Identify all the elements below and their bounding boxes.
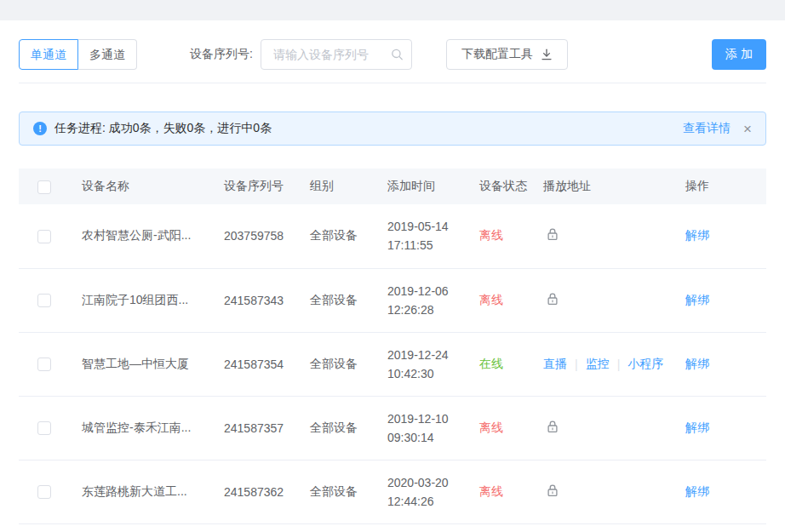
- row-checkbox[interactable]: [37, 485, 51, 499]
- device-group-cell: 全部设备: [310, 204, 387, 268]
- play-link-2[interactable]: 监控: [586, 357, 610, 372]
- play-links: 直播|监控|小程序: [543, 357, 685, 372]
- column-header-name: 设备名称: [82, 169, 224, 204]
- lock-icon: [546, 292, 559, 306]
- search-icon[interactable]: [391, 49, 404, 61]
- added-time-cell: 2020-03-20 12:44:26: [387, 460, 479, 523]
- lock-icon: [546, 420, 559, 434]
- device-name-cell: 智慧工地—中恒大厦: [82, 332, 224, 396]
- status-badge: 离线: [479, 228, 503, 242]
- device-serial-cell: 241587354: [224, 332, 310, 396]
- play-address-cell: [543, 396, 685, 460]
- close-icon[interactable]: ×: [743, 122, 752, 136]
- unbind-link[interactable]: 解绑: [685, 420, 709, 434]
- action-cell: 解绑: [685, 396, 766, 460]
- tab-single-channel[interactable]: 单通道: [19, 39, 78, 70]
- table-row: 东莲路桃新大道工...241587362全部设备2020-03-20 12:44…: [19, 460, 766, 523]
- device-group-cell: 全部设备: [310, 332, 387, 396]
- row-checkbox[interactable]: [37, 358, 51, 371]
- play-address-cell: [543, 268, 685, 332]
- serial-number-label: 设备序列号:: [190, 47, 253, 62]
- row-checkbox[interactable]: [37, 294, 51, 307]
- status-badge: 离线: [479, 484, 503, 498]
- link-separator: |: [575, 358, 578, 371]
- add-device-button[interactable]: 添 加: [712, 39, 766, 70]
- row-checkbox[interactable]: [37, 230, 51, 243]
- view-details-link[interactable]: 查看详情: [683, 121, 731, 136]
- column-header-serial: 设备序列号: [224, 169, 310, 204]
- unbind-link[interactable]: 解绑: [685, 228, 709, 242]
- column-header-added-time: 添加时间: [387, 169, 479, 204]
- action-cell: 解绑: [685, 268, 766, 332]
- device-name-cell: 农村智慧公厕-武阳...: [82, 204, 224, 268]
- column-header-action: 操作: [685, 169, 766, 204]
- select-all-checkbox[interactable]: [37, 180, 51, 194]
- device-group-cell: 全部设备: [310, 268, 387, 332]
- unbind-link[interactable]: 解绑: [685, 293, 709, 306]
- device-serial-cell: 203759758: [224, 204, 310, 268]
- download-icon: [541, 49, 553, 60]
- play-address-cell: [543, 460, 685, 523]
- device-status-cell: 离线: [479, 268, 543, 332]
- download-config-tool-label: 下载配置工具: [461, 47, 533, 62]
- toolbar-divider: [19, 83, 766, 83]
- serial-search-box: [261, 39, 412, 70]
- info-icon: !: [33, 122, 47, 135]
- play-link-1[interactable]: 直播: [543, 357, 567, 372]
- action-cell: 解绑: [685, 460, 766, 523]
- banner-actions: 查看详情 ×: [683, 121, 752, 136]
- added-time-cell: 2019-12-06 12:26:28: [387, 268, 479, 332]
- device-name-cell: 城管监控-泰禾江南...: [82, 396, 224, 460]
- download-config-tool-button[interactable]: 下载配置工具: [446, 39, 568, 70]
- device-name-cell: 江南院子10组团西...: [82, 268, 224, 332]
- device-serial-cell: 241587343: [224, 268, 310, 332]
- serial-search-input[interactable]: [261, 39, 412, 70]
- table-row: 城管监控-泰禾江南...241587357全部设备2019-12-10 09:3…: [19, 396, 766, 460]
- table-row: 江南院子10组团西...241587343全部设备2019-12-06 12:2…: [19, 268, 766, 332]
- device-table-body: 农村智慧公厕-武阳...203759758全部设备2019-05-14 17:1…: [19, 204, 766, 523]
- status-badge: 离线: [479, 293, 503, 306]
- status-badge: 在线: [479, 357, 503, 370]
- channel-tab-group: 单通道 多通道: [19, 39, 137, 70]
- task-progress-text: 任务进程: 成功0条，失败0条，进行中0条: [54, 121, 272, 136]
- toolbar: 单通道 多通道 设备序列号: 下载配置工具 添 加: [19, 39, 766, 70]
- column-header-play-address: 播放地址: [543, 169, 685, 204]
- task-progress-banner: ! 任务进程: 成功0条，失败0条，进行中0条 查看详情 ×: [19, 112, 766, 146]
- play-address-cell: 直播|监控|小程序: [543, 332, 685, 396]
- lock-icon: [546, 227, 559, 242]
- link-separator: |: [617, 358, 621, 371]
- device-name-cell: 东莲路桃新大道工...: [82, 460, 224, 523]
- added-time-cell: 2019-12-10 09:30:14: [387, 396, 479, 460]
- play-address-cell: [543, 204, 685, 268]
- action-cell: 解绑: [685, 204, 766, 268]
- action-cell: 解绑: [685, 332, 766, 396]
- column-header-status: 设备状态: [479, 169, 543, 204]
- table-header-row: 设备名称 设备序列号 组别 添加时间 设备状态 播放地址 操作: [19, 169, 766, 204]
- table-row: 智慧工地—中恒大厦241587354全部设备2019-12-24 10:42:3…: [19, 332, 766, 396]
- device-status-cell: 在线: [479, 332, 543, 396]
- device-status-cell: 离线: [479, 396, 543, 460]
- unbind-link[interactable]: 解绑: [685, 484, 709, 498]
- play-link-3[interactable]: 小程序: [627, 357, 663, 372]
- page-top-band: [0, 0, 785, 20]
- status-badge: 离线: [479, 420, 503, 434]
- row-checkbox[interactable]: [37, 421, 51, 435]
- column-header-group: 组别: [310, 169, 387, 204]
- added-time-cell: 2019-12-24 10:42:30: [387, 332, 479, 396]
- unbind-link[interactable]: 解绑: [685, 357, 709, 370]
- device-status-cell: 离线: [479, 460, 543, 523]
- table-row: 农村智慧公厕-武阳...203759758全部设备2019-05-14 17:1…: [19, 204, 766, 268]
- added-time-cell: 2019-05-14 17:11:55: [387, 204, 479, 268]
- device-group-cell: 全部设备: [310, 460, 387, 523]
- lock-icon: [546, 483, 559, 498]
- tab-multi-channel[interactable]: 多通道: [78, 39, 137, 70]
- device-status-cell: 离线: [479, 204, 543, 268]
- device-group-cell: 全部设备: [310, 396, 387, 460]
- device-table: 设备名称 设备序列号 组别 添加时间 设备状态 播放地址 操作 农村智慧公厕-武…: [19, 169, 766, 524]
- device-serial-cell: 241587357: [224, 396, 310, 460]
- device-serial-cell: 241587362: [224, 460, 310, 523]
